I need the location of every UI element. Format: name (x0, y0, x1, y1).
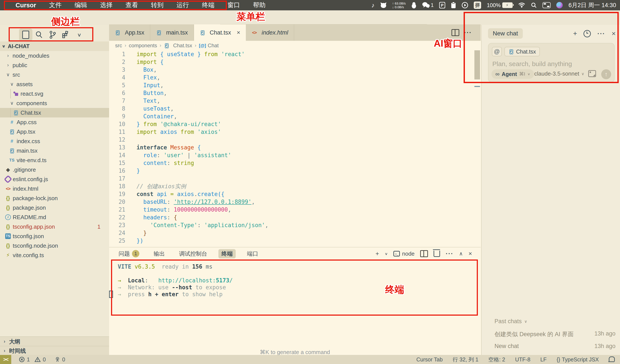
tree-item-react.svg[interactable]: react.svg (0, 89, 109, 98)
new-chat-tab[interactable]: New chat (488, 28, 523, 39)
ports-indicator[interactable]: 0 (54, 356, 65, 363)
control-center-icon[interactable] (542, 2, 551, 8)
past-chats-header[interactable]: Past chats ∨ (495, 318, 616, 325)
new-chat-plus-icon[interactable]: + (573, 30, 577, 38)
code-editor[interactable]: 1import { useState } from 'react'2import… (109, 50, 481, 247)
eol-status[interactable]: LF (540, 356, 546, 363)
chat-input-box[interactable]: @ Chat.tsx Plan, search, build anything … (488, 43, 615, 82)
menu-datetime[interactable]: 6月2日 周一 14:30 (568, 1, 616, 9)
input-method-icon[interactable]: 拼 (474, 1, 481, 9)
split-terminal-icon[interactable] (420, 250, 428, 257)
qq-icon[interactable] (411, 0, 417, 10)
breadcrumb-item-src[interactable]: src (115, 43, 122, 49)
menu-item-帮助[interactable]: 帮助 (247, 1, 272, 10)
proxy-cat-icon[interactable] (380, 0, 387, 10)
line-col-status[interactable]: 行 32, 列 1 (453, 356, 479, 363)
spotlight-search-icon[interactable] (531, 0, 537, 10)
menu-item-终端[interactable]: 终端 (196, 1, 221, 10)
search-view-icon[interactable] (32, 29, 46, 41)
menu-item-窗口[interactable]: 窗口 (221, 1, 247, 10)
tree-item-index.css[interactable]: #index.css (0, 136, 109, 146)
encoding-status[interactable]: UTF-8 (515, 356, 530, 363)
send-message-button[interactable]: ↑ (601, 69, 611, 79)
menu-item-编辑[interactable]: 编辑 (68, 1, 93, 10)
tree-item-tsconfig.node.json[interactable]: {}tsconfig.node.json (0, 241, 109, 250)
ai-more-icon[interactable]: ··· (597, 30, 605, 37)
terminal-profile-chevron-icon[interactable]: ∨ (385, 252, 388, 256)
tree-item-assets[interactable]: ∨assets (0, 79, 109, 89)
views-chevron-down-icon[interactable]: ∨ (73, 29, 86, 41)
split-editor-icon[interactable] (451, 29, 459, 36)
tree-item-tsconfig.app.json[interactable]: {}tsconfig.app.json1 (0, 222, 109, 231)
notifications-bell-icon[interactable] (609, 356, 615, 361)
problems-indicator[interactable]: 1 0 (19, 356, 46, 363)
language-mode-status[interactable]: {} TypeScript JSX (557, 356, 599, 363)
indentation-status[interactable]: 空格: 2 (488, 356, 505, 363)
tab-index.html[interactable]: <>index.html (246, 24, 294, 41)
ai-close-icon[interactable]: × (612, 30, 616, 38)
panel-tab-终端[interactable]: 终端 (218, 249, 236, 258)
tab-close-icon[interactable]: × (237, 29, 240, 36)
tree-item-vite-env.d.ts[interactable]: TSvite-env.d.ts (0, 155, 109, 165)
siri-icon[interactable] (556, 2, 563, 8)
terminal-output[interactable]: VITE v6.3.5 ready in 156 ms → Local: htt… (118, 263, 233, 298)
source-control-icon[interactable] (46, 29, 59, 41)
wifi-icon[interactable] (518, 0, 525, 10)
tree-item-package-lock.json[interactable]: {}package-lock.json (0, 194, 109, 203)
menu-item-运行[interactable]: 运行 (170, 1, 196, 10)
tree-item-src[interactable]: ∨src (0, 70, 109, 79)
tree-item-App.css[interactable]: #App.css (0, 118, 109, 127)
tree-item-public[interactable]: ›public (0, 61, 109, 70)
tiktok-icon[interactable]: ♪ (371, 0, 375, 10)
explorer-section-header[interactable]: ∨ AI-CHAT (0, 42, 109, 51)
add-context-button[interactable]: @ (492, 47, 502, 56)
tree-item-README.md[interactable]: iREADME.md (0, 212, 109, 222)
breadcrumb-item-Chat[interactable]: [@]Chat (199, 43, 219, 49)
panel-tab-输出[interactable]: 输出 (151, 249, 168, 258)
wechat-icon[interactable]: 1 (422, 0, 434, 10)
menu-item-选择[interactable]: 选择 (93, 1, 119, 10)
past-chat-item[interactable]: New chat13h ago (495, 343, 616, 349)
tree-item-Chat.tsx[interactable]: Chat.tsx (0, 108, 109, 118)
menu-item-Cursor[interactable]: Cursor (7, 2, 43, 9)
remote-indicator[interactable]: >< (0, 355, 11, 364)
panel-tab-问题[interactable]: 问题1 (116, 249, 142, 258)
picgo-icon[interactable]: P (439, 0, 445, 10)
play-icon[interactable] (462, 0, 468, 10)
tree-item-vite.config.ts[interactable]: ⚡vite.config.ts (0, 250, 109, 260)
panel-tab-调试控制台[interactable]: 调试控制台 (176, 249, 210, 258)
breadcrumb-item-Chat.tsx[interactable]: Chat.tsx (164, 42, 192, 49)
maximize-panel-icon[interactable]: ∧ (459, 251, 463, 257)
tab-main.tsx[interactable]: main.tsx (150, 24, 194, 41)
tree-item-components[interactable]: ∨components (0, 98, 109, 108)
tree-item-.gitignore[interactable]: ◆.gitignore (0, 165, 109, 174)
extensions-icon[interactable] (59, 29, 73, 41)
menu-item-转到[interactable]: 转到 (144, 1, 170, 10)
tree-item-node_modules[interactable]: ›node_modules (0, 51, 109, 61)
explorer-view-icon[interactable] (19, 29, 32, 41)
attach-image-icon[interactable] (588, 70, 596, 77)
context-file-chip[interactable]: Chat.tsx (504, 47, 540, 56)
editor-scrollbar-thumb[interactable] (474, 50, 480, 79)
timeline-section[interactable]: › 时间线 (0, 346, 109, 355)
kill-terminal-icon[interactable] (434, 251, 440, 257)
more-actions-icon[interactable]: ··· (464, 29, 472, 36)
terminal-instance[interactable]: >_ node (393, 250, 415, 257)
outline-section[interactable]: › 大纲 (0, 336, 109, 346)
close-panel-icon[interactable]: × (468, 250, 472, 257)
tree-item-index.html[interactable]: <>index.html (0, 184, 109, 194)
panel-tab-端口[interactable]: 端口 (244, 249, 261, 258)
model-selector[interactable]: claude-3.5-sonnet ∨ (534, 70, 584, 77)
tree-item-package.json[interactable]: {}package.json (0, 203, 109, 212)
tab-Chat.tsx[interactable]: Chat.tsx× (194, 24, 246, 41)
menu-item-查看[interactable]: 查看 (119, 1, 144, 10)
tree-item-tsconfig.json[interactable]: TStsconfig.json (0, 231, 109, 241)
past-chat-item[interactable]: 创建类似 Deepseek 的 AI 界面13h ago (495, 330, 616, 338)
tree-item-main.tsx[interactable]: main.tsx (0, 146, 109, 155)
menu-item-文件[interactable]: 文件 (43, 1, 68, 10)
tree-item-eslint.config.js[interactable]: eslint.config.js (0, 174, 109, 184)
cursor-tab-status[interactable]: Cursor Tab (416, 356, 443, 363)
chat-history-icon[interactable] (584, 30, 591, 37)
tree-item-App.tsx[interactable]: App.tsx (0, 127, 109, 136)
new-terminal-icon[interactable]: + (375, 250, 379, 257)
